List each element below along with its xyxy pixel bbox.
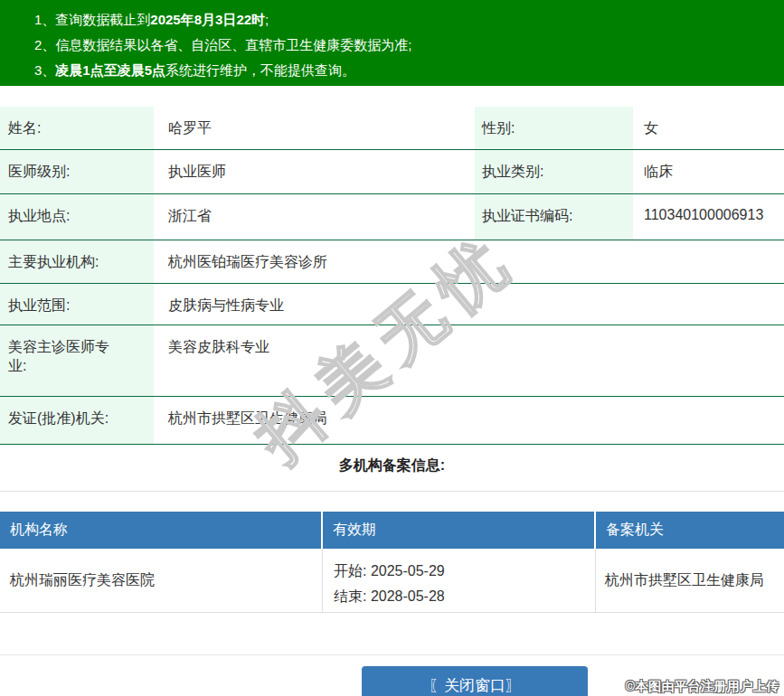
main-org-label: 主要执业机构:: [0, 240, 154, 283]
category-label: 执业类别:: [475, 150, 633, 193]
name-label: 姓名:: [0, 107, 154, 149]
certno-value: 110340100006913: [633, 194, 784, 240]
row-main-org: 主要执业机构: 杭州医铂瑞医疗美容诊所: [0, 240, 784, 284]
gender-value: 女: [633, 107, 784, 149]
close-window-button[interactable]: 〖关闭窗口〗: [362, 666, 588, 696]
section-divider: [0, 491, 784, 492]
validity-end: 结束: 2028-05-28: [334, 584, 595, 609]
issuer-label: 发证(批准)机关:: [0, 397, 154, 444]
multi-org-table-header: 机构名称 有效期 备案机关: [0, 512, 784, 549]
doctor-info-table: 姓名: 哈罗平 性别: 女 医师级别: 执业医师 执业类别: 临床 执业地点: …: [0, 107, 784, 445]
cosmetic-specialty-label: 美容主诊医师专业:: [0, 325, 154, 396]
multi-org-section-title: 多机构备案信息:: [0, 456, 784, 474]
main-org-value: 杭州医铂瑞医疗美容诊所: [154, 240, 784, 283]
row-location-certno: 执业地点: 浙江省 执业证书编码: 110340100006913: [0, 194, 784, 240]
authority-cell: 杭州市拱墅区卫生健康局: [596, 549, 784, 612]
level-value: 执业医师: [154, 150, 475, 193]
notice-line-2: 2、信息数据结果以各省、自治区、直辖市卫生健康委数据为准;: [34, 33, 775, 58]
row-scope: 执业范围: 皮肤病与性病专业: [0, 284, 784, 325]
notice-banner: 1、查询数据截止到2025年8月3日22时; 2、信息数据结果以各省、自治区、直…: [0, 0, 784, 86]
location-label: 执业地点:: [0, 194, 154, 240]
row-issuer: 发证(批准)机关: 杭州市拱墅区卫生健康局: [0, 397, 784, 445]
notice-line-1: 1、查询数据截止到2025年8月3日22时;: [34, 7, 775, 33]
gender-label: 性别:: [475, 107, 633, 149]
row-level-category: 医师级别: 执业医师 执业类别: 临床: [0, 150, 784, 194]
row-name-gender: 姓名: 哈罗平 性别: 女: [0, 107, 784, 150]
header-validity: 有效期: [323, 512, 596, 549]
multi-org-table: 机构名称 有效期 备案机关 杭州瑞丽医疗美容医院 开始: 2025-05-29 …: [0, 512, 784, 613]
validity-start: 开始: 2025-05-29: [334, 559, 595, 584]
notice-line-3: 3、凌晨1点至凌晨5点系统进行维护，不能提供查询。: [34, 58, 775, 83]
header-org-name: 机构名称: [0, 512, 323, 549]
scope-label: 执业范围:: [0, 284, 154, 324]
level-label: 医师级别:: [0, 150, 154, 193]
cosmetic-specialty-value: 美容皮肤科专业: [154, 325, 784, 396]
uploader-watermark: ©本图由平台注册用户上传: [626, 679, 779, 695]
issuer-value: 杭州市拱墅区卫生健康局: [154, 397, 784, 444]
bottom-divider: [0, 654, 784, 655]
category-value: 临床: [633, 150, 784, 193]
validity-cell: 开始: 2025-05-29 结束: 2028-05-28: [323, 549, 596, 612]
certno-label: 执业证书编码:: [475, 194, 633, 240]
name-value: 哈罗平: [154, 107, 475, 149]
header-authority: 备案机关: [596, 512, 784, 549]
location-value: 浙江省: [154, 194, 475, 240]
table-row: 杭州瑞丽医疗美容医院 开始: 2025-05-29 结束: 2028-05-28…: [0, 549, 784, 613]
scope-value: 皮肤病与性病专业: [154, 284, 784, 324]
org-name-cell: 杭州瑞丽医疗美容医院: [0, 549, 323, 612]
row-cosmetic-specialty: 美容主诊医师专业: 美容皮肤科专业: [0, 325, 784, 397]
